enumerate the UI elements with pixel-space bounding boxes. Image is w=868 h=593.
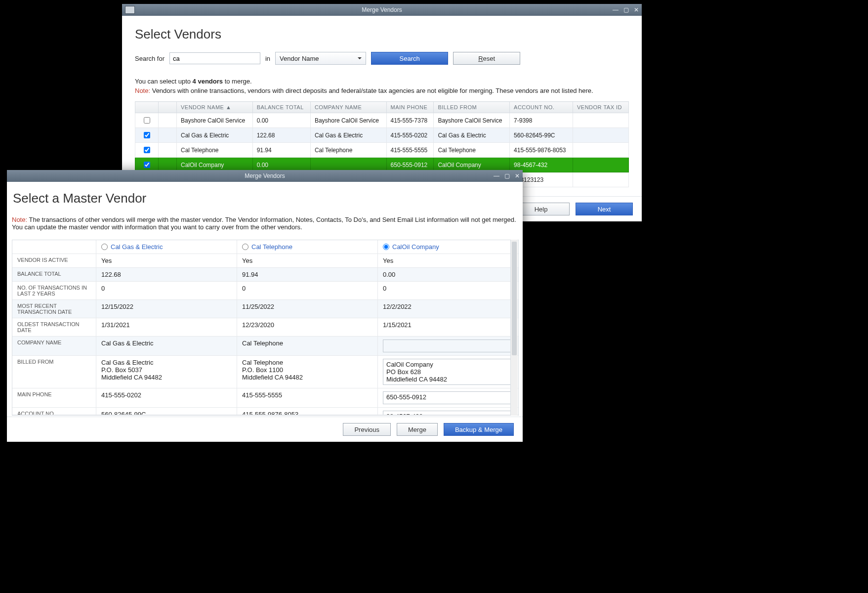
note-text: Note: The transactions of other vendors …: [12, 216, 518, 231]
grid-row: MOST RECENT TRANSACTION DATE12/15/202211…: [12, 300, 518, 318]
row-label: NO. OF TRANSACTIONS IN LAST 2 YEARS: [12, 282, 96, 299]
master-vendor-radio[interactable]: CalOil Company: [383, 243, 513, 251]
scroll-thumb[interactable]: [512, 242, 517, 355]
grid-cell: 11/25/2022: [237, 300, 378, 318]
hint-text: You can select upto 4 vendors to merge.: [135, 78, 629, 85]
vertical-scrollbar[interactable]: [510, 240, 518, 416]
column-header[interactable]: BALANCE TOTAL: [252, 102, 310, 113]
row-checkbox[interactable]: [144, 132, 150, 138]
grid-cell: 1/31/2021: [96, 318, 237, 336]
grid-cell: Yes: [237, 254, 378, 267]
grid-cell[interactable]: [378, 337, 518, 355]
row-label: OLDEST TRANSACTION DATE: [12, 318, 96, 336]
column-header[interactable]: ACCOUNT NO.: [510, 102, 573, 113]
search-label: Search for: [135, 55, 165, 62]
grid-cell: Cal Gas & ElectricP.O. Box 5037Middlefie…: [96, 356, 237, 388]
backup-merge-button[interactable]: Backup & Merge: [444, 423, 514, 436]
search-button[interactable]: Search: [371, 52, 448, 65]
titlebar[interactable]: Merge Vendors — ▢ ✕: [7, 170, 523, 182]
column-header[interactable]: MAIN PHONE: [386, 102, 434, 113]
grid-cell[interactable]: 650-555-0912: [378, 388, 518, 407]
column-header[interactable]: VENDOR TAX ID: [573, 102, 629, 113]
grid-row: VENDOR IS ACTIVEYesYesYes: [12, 254, 518, 268]
footer-bar: Previous Merge Backup & Merge: [7, 417, 523, 442]
cell: [573, 143, 629, 158]
page-heading: Select Vendors: [135, 27, 629, 42]
previous-button[interactable]: Previous: [343, 423, 391, 436]
grid-cell[interactable]: CalOil CompanyPO Box 628Middlefield CA 9…: [378, 356, 518, 388]
cell: Bayshore CalOil Service: [434, 113, 510, 128]
row-label: MAIN PHONE: [12, 388, 96, 407]
cell: Cal Gas & Electric: [310, 128, 386, 143]
cell: Cal Gas & Electric: [177, 128, 253, 143]
row-label: BILLED FROM: [12, 356, 96, 388]
grid-cell: 560-82645-99C: [96, 408, 237, 415]
grid-row: OLDEST TRANSACTION DATE1/31/202112/23/20…: [12, 318, 518, 337]
grid-cell: 1/15/2021: [378, 318, 518, 336]
close-icon[interactable]: ✕: [634, 6, 639, 13]
grid-cell: 415-555-0202: [96, 388, 237, 407]
grid-cell: Yes: [378, 254, 518, 267]
search-row: Search for in Vendor Name Search Reset: [135, 52, 629, 65]
system-menu-icon[interactable]: [125, 6, 135, 14]
grid-cell: 12/15/2022: [96, 300, 237, 318]
row-label: BALANCE TOTAL: [12, 268, 96, 281]
search-field-select[interactable]: Vendor Name: [275, 52, 366, 65]
in-label: in: [265, 55, 270, 62]
grid-cell[interactable]: 98-4567-432: [378, 408, 518, 415]
maximize-icon[interactable]: ▢: [504, 172, 510, 179]
column-header[interactable]: VENDOR NAME ▲: [177, 102, 253, 113]
minimize-icon[interactable]: —: [613, 6, 619, 13]
table-row[interactable]: Cal Telephone91.94Cal Telephone415-555-5…: [135, 143, 629, 158]
note-text: Note: Vendors with online transactions, …: [135, 87, 629, 94]
grid-cell: Cal TelephoneP.O. Box 1100Middlefield CA…: [237, 356, 378, 388]
master-vendor-radio[interactable]: Cal Telephone: [242, 243, 372, 251]
window-title: Merge Vendors: [122, 6, 642, 13]
grid-cell: 0: [237, 282, 378, 299]
page-heading: Select a Master Vendor: [13, 191, 518, 206]
column-header[interactable]: COMPANY NAME: [310, 102, 386, 113]
select-master-vendor-window: Merge Vendors — ▢ ✕ Select a Master Vend…: [7, 170, 523, 442]
maximize-icon[interactable]: ▢: [623, 6, 629, 13]
table-row[interactable]: Bayshore CalOil Service0.00Bayshore CalO…: [135, 113, 629, 128]
cell: [573, 172, 629, 187]
reset-button[interactable]: Reset: [453, 52, 520, 65]
minimize-icon[interactable]: —: [494, 172, 499, 179]
search-input[interactable]: [169, 52, 260, 64]
row-label: ACCOUNT NO.: [12, 408, 96, 415]
table-row[interactable]: Cal Gas & Electric122.68Cal Gas & Electr…: [135, 128, 629, 143]
cell: Cal Telephone: [177, 143, 253, 158]
master-vendor-radio[interactable]: Cal Gas & Electric: [101, 243, 232, 251]
grid-cell: 415-555-5555: [237, 388, 378, 407]
column-header[interactable]: BILLED FROM: [434, 102, 510, 113]
next-button[interactable]: Next: [576, 203, 633, 215]
cell: 415-555-7378: [386, 113, 434, 128]
cell: 7-9398: [510, 113, 573, 128]
close-icon[interactable]: ✕: [515, 172, 520, 179]
cell: Bayshore CalOil Service: [177, 113, 253, 128]
cell: 415-555-0202: [386, 128, 434, 143]
titlebar[interactable]: Merge Vendors — ▢ ✕: [122, 4, 642, 16]
cell: [573, 128, 629, 143]
grid-cell: 12/23/2020: [237, 318, 378, 336]
cell: [573, 158, 629, 172]
grid-cell: 122.68: [96, 268, 237, 281]
grid-cell: Yes: [96, 254, 237, 267]
merge-button[interactable]: Merge: [397, 423, 438, 436]
grid-cell: 0: [96, 282, 237, 299]
row-checkbox[interactable]: [144, 117, 150, 124]
cell: Cal Telephone: [434, 143, 510, 158]
cell: 122.68: [252, 128, 310, 143]
grid-cell: 0.00: [378, 268, 518, 281]
grid-cell: Cal Telephone: [237, 337, 378, 355]
grid-cell: Cal Gas & Electric: [96, 337, 237, 355]
row-label: COMPANY NAME: [12, 337, 96, 355]
grid-row: COMPANY NAMECal Gas & ElectricCal Teleph…: [12, 337, 518, 356]
grid-row: BALANCE TOTAL122.6891.940.00: [12, 268, 518, 282]
row-checkbox[interactable]: [144, 162, 150, 168]
cell: 91.94: [252, 143, 310, 158]
grid-cell: 415-555-9876-8053: [237, 408, 378, 415]
row-checkbox[interactable]: [144, 147, 150, 153]
grid-cell: 0: [378, 282, 518, 299]
cell: Cal Telephone: [310, 143, 386, 158]
